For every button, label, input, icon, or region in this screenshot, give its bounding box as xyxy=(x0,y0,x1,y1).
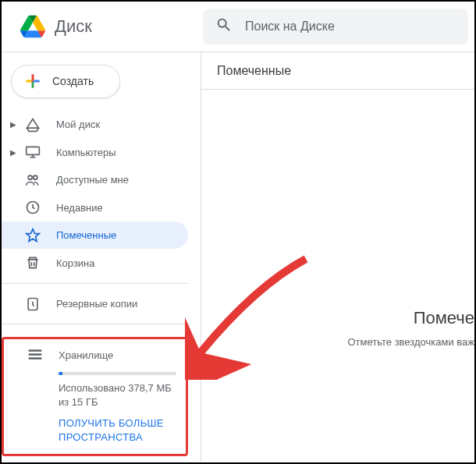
sidebar-item-shared[interactable]: Доступные мне xyxy=(2,166,188,194)
empty-state: Помече Отметьте звездочками важ xyxy=(201,90,474,348)
backup-icon xyxy=(23,295,42,313)
plus-icon xyxy=(23,71,43,91)
storage-section: Хранилище Использовано 378,7 МБ из 15 ГБ… xyxy=(2,337,188,456)
nav-label: Резервные копии xyxy=(56,298,137,310)
sidebar-item-my-drive[interactable]: ▶ Мой диск xyxy=(2,111,188,139)
sidebar-item-starred[interactable]: Помеченные xyxy=(2,221,188,250)
drive-logo-icon xyxy=(17,11,48,42)
empty-state-title: Помече xyxy=(201,308,474,328)
storage-progress-bar xyxy=(59,372,176,375)
svg-rect-6 xyxy=(29,354,42,356)
search-icon xyxy=(215,16,233,37)
nav-label: Мой диск xyxy=(56,119,100,130)
nav-label: Помеченные xyxy=(56,229,116,241)
storage-icon xyxy=(26,345,44,364)
sidebar-item-recent[interactable]: Недавние xyxy=(2,193,188,221)
chevron-right-icon: ▶ xyxy=(8,148,19,157)
storage-label: Хранилище xyxy=(59,349,113,361)
sidebar-divider xyxy=(2,283,188,284)
empty-state-subtitle: Отметьте звездочками важ xyxy=(201,336,474,348)
nav-label: Компьютеры xyxy=(56,147,116,158)
logo-area[interactable]: Диск xyxy=(8,11,203,42)
svg-rect-5 xyxy=(29,350,42,352)
storage-upgrade-link[interactable]: ПОЛУЧИТЬ БОЛЬШЕ ПРОСТРАНСТВА xyxy=(59,416,176,445)
search-placeholder: Поиск на Диске xyxy=(245,19,335,34)
main-header: Помеченные xyxy=(201,52,474,90)
chevron-right-icon: ▶ xyxy=(8,120,19,129)
sidebar-item-computers[interactable]: ▶ Компьютеры xyxy=(2,138,188,166)
storage-header[interactable]: Хранилище xyxy=(10,345,176,364)
svg-point-1 xyxy=(28,175,32,179)
sidebar-item-backups[interactable]: Резервные копии xyxy=(2,290,188,318)
main-content: Помеченные Помече Отметьте звездочками в… xyxy=(201,52,474,462)
search-bar[interactable]: Поиск на Диске xyxy=(203,9,468,44)
trash-icon xyxy=(23,253,42,272)
shared-icon xyxy=(23,171,42,189)
clock-icon xyxy=(23,198,42,217)
svg-rect-0 xyxy=(27,147,40,154)
computers-icon xyxy=(23,143,42,161)
app-name: Диск xyxy=(55,16,92,37)
nav-label: Недавние xyxy=(56,202,103,214)
star-icon xyxy=(23,226,42,245)
storage-progress-fill xyxy=(59,372,62,375)
page-title: Помеченные xyxy=(217,64,291,78)
sidebar: Создать ▶ Мой диск ▶ Компьютеры Доступны… xyxy=(2,52,201,462)
svg-point-2 xyxy=(34,175,37,179)
storage-used-text: Использовано 378,7 МБ из 15 ГБ xyxy=(59,381,176,409)
svg-rect-7 xyxy=(29,358,42,360)
sidebar-divider xyxy=(2,324,188,324)
my-drive-icon xyxy=(23,115,42,134)
create-button[interactable]: Создать xyxy=(11,65,120,98)
nav-label: Доступные мне xyxy=(56,174,129,186)
app-header: Диск Поиск на Диске xyxy=(2,2,474,51)
create-button-label: Создать xyxy=(52,75,94,87)
nav-label: Корзина xyxy=(56,257,95,269)
sidebar-item-trash[interactable]: Корзина xyxy=(2,249,188,277)
